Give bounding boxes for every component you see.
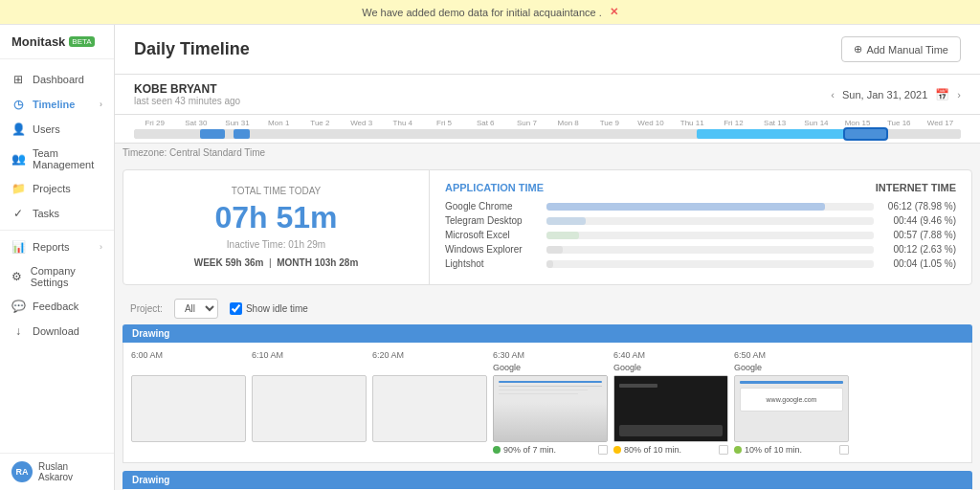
- pct-label: 80% of 10 min.: [624, 445, 681, 455]
- sidebar-item-company-settings[interactable]: ⚙ Company Settings: [0, 259, 114, 294]
- total-time-box: TOTAL TIME TODAY 07h 51m Inactive Time: …: [123, 170, 430, 284]
- user-last-seen: last seen 43 minutes ago: [134, 96, 240, 106]
- screenshot-checkbox[interactable]: [598, 445, 608, 455]
- sidebar-item-tasks[interactable]: ✓ Tasks: [0, 201, 114, 226]
- screenshot-thumb[interactable]: [493, 375, 608, 442]
- sidebar-item-label: Company Settings: [31, 265, 102, 288]
- app-bar: [546, 260, 553, 268]
- tl-label: Sun 14: [795, 119, 836, 127]
- sidebar-item-timeline[interactable]: ◷ Timeline ›: [0, 92, 114, 117]
- sidebar-item-projects[interactable]: 📁 Projects: [0, 176, 114, 201]
- screenshot-thumb[interactable]: [372, 375, 487, 442]
- app-bar-container: [546, 232, 874, 239]
- app-time-title: APPLICATION TIME: [445, 182, 544, 193]
- screenshot-time: 6:00 AM: [131, 350, 246, 360]
- screenshot-thumb[interactable]: [613, 375, 728, 442]
- app-row-excel: Microsoft Excel 00:57 (7.88 %): [445, 230, 956, 240]
- sidebar-item-reports[interactable]: 📊 Reports ›: [0, 234, 114, 259]
- sidebar-item-users[interactable]: 👤 Users: [0, 117, 114, 142]
- screenshot-time: 6:10 AM: [252, 350, 367, 360]
- screenshot-pct: 10% of 10 min.: [734, 445, 802, 455]
- current-date: Sun, Jan 31, 2021: [842, 89, 927, 100]
- app-name: Google Chrome: [445, 201, 541, 212]
- banner-close[interactable]: ✕: [610, 6, 618, 18]
- tl-label: Wed 10: [630, 119, 671, 127]
- screenshot-card: 6:00 AM: [131, 350, 246, 455]
- screenshots-row-1: 6:00 AM 6:10 AM 6:20 AM: [122, 343, 972, 463]
- screenshot-footer: 80% of 10 min.: [613, 445, 728, 455]
- sidebar-item-download[interactable]: ↓ Download: [0, 319, 114, 344]
- avatar: RA: [11, 461, 33, 482]
- tl-label: Sun 31: [216, 119, 257, 127]
- app-name: Telegram Desktop: [445, 215, 541, 226]
- tasks-icon: ✓: [11, 207, 25, 220]
- pct-dot: [493, 446, 501, 454]
- prev-date-button[interactable]: ‹: [831, 89, 835, 100]
- timeline-bar[interactable]: [134, 129, 961, 139]
- show-idle-label[interactable]: Show idle time: [230, 302, 308, 315]
- show-idle-text: Show idle time: [246, 303, 308, 314]
- sidebar-footer: RA Ruslan Askarov: [0, 453, 114, 490]
- date-navigation: ‹ Sun, Jan 31, 2021 📅 ›: [831, 88, 961, 101]
- sidebar-item-label: Timeline: [33, 99, 75, 110]
- add-manual-time-button[interactable]: ⊕ Add Manual Time: [841, 36, 961, 62]
- total-time-label: TOTAL TIME TODAY: [143, 186, 410, 196]
- app-name: Windows Explorer: [445, 244, 541, 255]
- logo-beta: BETA: [69, 36, 94, 47]
- feedback-icon: 💬: [11, 300, 25, 313]
- add-icon: ⊕: [854, 43, 862, 56]
- screenshot-card: 6:10 AM: [252, 350, 367, 455]
- screenshot-footer: 90% of 7 min.: [493, 445, 608, 455]
- app-name: Lightshot: [445, 258, 541, 269]
- main-content: Daily Timeline ⊕ Add Manual Time KOBE BR…: [115, 25, 980, 490]
- app-time-val: 00:44 (9.46 %): [880, 215, 956, 226]
- screenshot-card: 6:40 AM Google 80% of 10 min.: [613, 350, 728, 455]
- user-name: KOBE BRYANT: [134, 82, 240, 96]
- screenshot-app: Google: [734, 363, 849, 372]
- page-header: Daily Timeline ⊕ Add Manual Time: [115, 25, 980, 75]
- screenshot-checkbox[interactable]: [719, 445, 728, 455]
- next-date-button[interactable]: ›: [957, 89, 961, 100]
- sidebar-item-dashboard[interactable]: ⊞ Dashboard: [0, 67, 114, 92]
- screenshot-time: 6:50 AM: [734, 350, 849, 360]
- sidebar-item-label: Users: [33, 123, 60, 135]
- screenshot-footer: 10% of 10 min.: [734, 445, 849, 455]
- week-month: WEEK 59h 36m | MONTH 103h 28m: [143, 257, 410, 268]
- project-filter-select[interactable]: All: [174, 299, 218, 319]
- app-row-telegram: Telegram Desktop 00:44 (9.46 %): [445, 215, 956, 226]
- screenshot-thumb[interactable]: [131, 375, 246, 442]
- screenshot-app: [131, 363, 246, 372]
- app-bar: [546, 217, 586, 225]
- sidebar-item-label: Projects: [33, 183, 71, 194]
- app-row-explorer: Windows Explorer 00:12 (2.63 %): [445, 244, 956, 255]
- screenshot-checkbox[interactable]: [839, 445, 849, 455]
- screenshot-thumb[interactable]: [252, 375, 367, 442]
- section-header-drawing2: Drawing: [122, 471, 972, 489]
- show-idle-checkbox[interactable]: [230, 302, 242, 315]
- app-row-lightshot: Lightshot 00:04 (1.05 %): [445, 258, 956, 269]
- screenshot-section-1: Drawing 6:00 AM 6:10 AM 6:20 AM: [122, 324, 972, 463]
- screenshot-pct: 80% of 10 min.: [613, 445, 681, 455]
- app-bar-container: [546, 246, 874, 254]
- sidebar-divider: [0, 230, 114, 231]
- team-icon: 👥: [11, 152, 25, 166]
- footer-username: Ruslan Askarov: [38, 461, 102, 482]
- calendar-icon[interactable]: 📅: [935, 88, 949, 101]
- screenshot-thumb[interactable]: www.google.com: [734, 375, 849, 442]
- tl-label: Mon 1: [258, 119, 300, 127]
- sidebar: Monitask BETA ⊞ Dashboard ◷ Timeline › 👤…: [0, 25, 115, 490]
- screenshot-app: Google: [613, 363, 728, 372]
- tl-label: Sat 13: [754, 119, 795, 127]
- screenshot-app: Google: [493, 363, 608, 372]
- app-time-val: 00:12 (2.63 %): [880, 244, 956, 255]
- screenshot-section-2: Drawing 7:00 AM Google 7:10 AM Google: [122, 471, 972, 490]
- tl-label: Wed 3: [341, 119, 382, 127]
- sidebar-item-label: Download: [33, 325, 79, 337]
- screenshot-card: 6:20 AM: [372, 350, 487, 455]
- sidebar-logo: Monitask BETA: [0, 25, 114, 59]
- sidebar-item-team[interactable]: 👥 Team Management: [0, 142, 114, 176]
- tl-label: Sat 6: [465, 119, 506, 127]
- sidebar-item-label: Team Management: [33, 147, 102, 170]
- sidebar-item-feedback[interactable]: 💬 Feedback: [0, 294, 114, 319]
- sidebar-item-label: Tasks: [33, 208, 59, 219]
